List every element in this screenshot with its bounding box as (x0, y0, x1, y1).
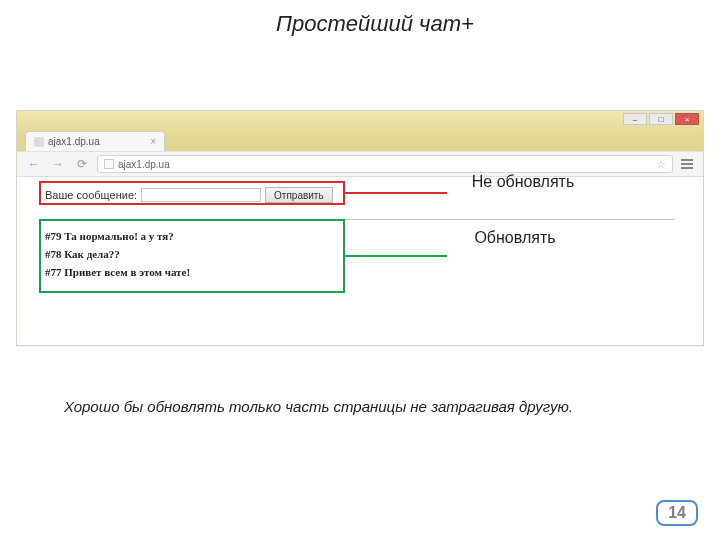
chat-message: #79 Та нормально! а у тя? (45, 230, 675, 242)
tab-close-icon[interactable]: × (150, 136, 156, 147)
maximize-button[interactable]: □ (649, 113, 673, 125)
chat-message: #78 Как дела?? (45, 248, 675, 260)
bookmark-star-icon[interactable]: ☆ (656, 158, 666, 171)
slide-caption: Хорошо бы обновлять только часть страниц… (64, 398, 624, 417)
back-button[interactable]: ← (25, 155, 43, 173)
address-bar-row: ← → ⟳ ajax1.dp.ua ☆ (17, 151, 703, 177)
chat-message: #77 Привет всем в этом чате! (45, 266, 675, 278)
favicon-icon (34, 137, 44, 147)
forward-button[interactable]: → (49, 155, 67, 173)
page-content: Ваше сообщение: Отправить #79 Та нормаль… (17, 177, 703, 345)
browser-tab[interactable]: ajax1.dp.ua × (25, 131, 165, 151)
close-button[interactable]: × (675, 113, 699, 125)
address-bar[interactable]: ajax1.dp.ua ☆ (97, 155, 673, 173)
tab-strip: ajax1.dp.ua × (17, 129, 703, 151)
page-icon (104, 159, 114, 169)
separator (45, 219, 675, 220)
annotation-no-refresh: Не обновлять (468, 174, 578, 191)
message-label: Ваше сообщение: (45, 189, 137, 201)
chat-form: Ваше сообщение: Отправить (45, 187, 675, 203)
message-input[interactable] (141, 188, 261, 202)
titlebar: – □ × (17, 111, 703, 129)
browser-window: – □ × ajax1.dp.ua × ← → ⟳ ajax1.dp.ua ☆ … (16, 110, 704, 346)
slide-title: Простейший чат+ (276, 12, 476, 36)
annotation-refresh: Обновлять (460, 230, 570, 247)
message-list: #79 Та нормально! а у тя? #78 Как дела??… (45, 230, 675, 278)
page-number: 14 (656, 500, 698, 526)
url-text: ajax1.dp.ua (118, 159, 170, 170)
tab-title: ajax1.dp.ua (48, 136, 100, 147)
reload-button[interactable]: ⟳ (73, 155, 91, 173)
hamburger-menu-icon[interactable] (679, 156, 695, 172)
minimize-button[interactable]: – (623, 113, 647, 125)
window-controls: – □ × (623, 113, 699, 125)
send-button[interactable]: Отправить (265, 187, 333, 203)
